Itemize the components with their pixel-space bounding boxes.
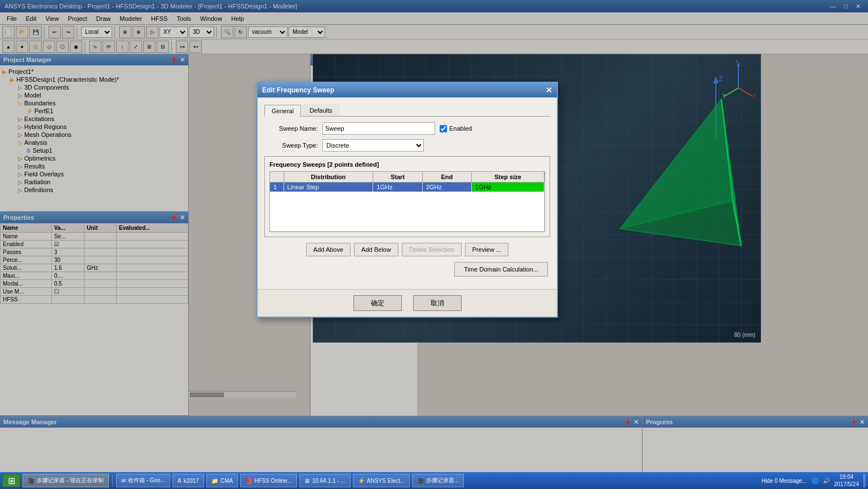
- taskbar-btn-mail[interactable]: ✉ 收件箱 - Goo...: [116, 474, 170, 487]
- k2017-icon: A: [178, 478, 181, 484]
- sweep-name-input[interactable]: [322, 122, 435, 135]
- dialog-tab-bar: General Defaults: [264, 104, 550, 117]
- dialog-bottom-buttons: 确定 取消: [258, 289, 557, 317]
- sweep-name-label: Sweep Name:: [264, 125, 318, 132]
- sweep-type-label: Sweep Type:: [264, 142, 318, 149]
- delete-selection-btn[interactable]: Delete Selection: [402, 243, 462, 256]
- col-distribution: Distribution: [284, 172, 373, 183]
- freq-row-1[interactable]: 1 Linear Step 1GHz 2GHz 1GHz: [270, 183, 544, 192]
- freq-sweeps-group: Frequency Sweeps [2 points defined] Dist…: [264, 156, 550, 237]
- confirm-btn[interactable]: 确定: [353, 295, 402, 311]
- dialog-close-btn[interactable]: ✕: [546, 86, 552, 95]
- taskbar-network-icon: 🌐: [812, 478, 818, 484]
- freq-action-buttons: Add Above Add Below Delete Selection Pre…: [264, 243, 550, 256]
- enabled-check-row: Enabled: [440, 125, 472, 132]
- enabled-label: Enabled: [449, 125, 472, 132]
- dialog-content: General Defaults Sweep Name: Enabled Swe…: [258, 97, 557, 289]
- taskbar-hide-msg[interactable]: Hide 0 Message...: [761, 478, 807, 484]
- freq-cell-start: 1GHz: [373, 183, 422, 192]
- sweep-type-select[interactable]: Discrete Interpolating Fast: [322, 139, 424, 152]
- freq-cell-dist: Linear Step: [284, 183, 373, 192]
- cancel-btn[interactable]: 取消: [413, 295, 462, 311]
- taskbar-btn-ansys[interactable]: ⚡ ANSYS Elect...: [353, 474, 410, 487]
- sweep-name-row: Sweep Name: Enabled: [264, 122, 550, 135]
- taskbar-btn-recorder2[interactable]: 🎥 步骤记录器...: [412, 474, 464, 487]
- col-end: End: [422, 172, 471, 183]
- taskbar-show-desktop[interactable]: [863, 474, 866, 487]
- col-stepsize: Step size: [472, 172, 544, 183]
- taskbar-right: Hide 0 Message... 🌐 🔊 19:04 2017/5/24: [761, 473, 866, 488]
- hfss-online-icon: 📕: [245, 478, 252, 484]
- col-start: Start: [373, 172, 422, 183]
- tab-general[interactable]: General: [264, 105, 301, 117]
- taskbar-btn-recorder-active[interactable]: 🎥 步骤记录器 - 现在正在录制: [23, 474, 109, 487]
- ansys-icon: ⚡: [358, 478, 365, 484]
- enabled-checkbox[interactable]: [440, 125, 447, 132]
- add-below-btn[interactable]: Add Below: [354, 243, 398, 256]
- taskbar-btn-ip[interactable]: 🖥 10.64.1.1 - ...: [299, 474, 351, 487]
- taskbar-btn-cma[interactable]: 📁 CMA: [206, 474, 238, 487]
- time-domain-btn[interactable]: Time Domain Calculation...: [454, 262, 548, 277]
- start-button[interactable]: ⊞: [2, 474, 20, 487]
- edit-frequency-sweep-dialog: Edit Frequency Sweep ✕ General Defaults …: [256, 82, 558, 318]
- tab-defaults[interactable]: Defaults: [302, 104, 339, 116]
- freq-cell-index: 1: [270, 183, 284, 192]
- taskbar-volume-icon: 🔊: [823, 478, 830, 484]
- freq-table: Distribution Start End Step size 1 Linea…: [270, 172, 544, 232]
- ip-icon: 🖥: [304, 478, 310, 484]
- col-index: [270, 172, 284, 183]
- freq-table-body: 1 Linear Step 1GHz 2GHz 1GHz: [270, 183, 544, 232]
- recorder2-icon: 🎥: [417, 478, 424, 484]
- preview-btn[interactable]: Preview ...: [465, 243, 508, 256]
- taskbar: ⊞ 🎥 步骤记录器 - 现在正在录制 ✉ 收件箱 - Goo... A k201…: [0, 472, 868, 489]
- freq-empty-row: [270, 192, 544, 232]
- windows-icon: ⊞: [8, 475, 15, 486]
- add-above-btn[interactable]: Add Above: [306, 243, 351, 256]
- dialog-title-text: Edit Frequency Sweep: [262, 86, 334, 94]
- taskbar-btn-hfss-online[interactable]: 📕 HFSS Online...: [240, 474, 297, 487]
- taskbar-btn-k2017[interactable]: A k2017: [172, 474, 204, 487]
- taskbar-sep-1: [112, 475, 113, 486]
- sweep-type-row: Sweep Type: Discrete Interpolating Fast: [264, 139, 550, 152]
- taskbar-time: 19:04 2017/5/24: [834, 473, 860, 488]
- cma-icon: 📁: [211, 478, 218, 484]
- time-domain-row: Time Domain Calculation...: [264, 262, 550, 277]
- freq-cell-end: 2GHz: [422, 183, 471, 192]
- mail-icon: ✉: [121, 478, 126, 484]
- freq-group-title: Frequency Sweeps [2 points defined]: [269, 161, 545, 168]
- dialog-title-bar[interactable]: Edit Frequency Sweep ✕: [258, 83, 557, 97]
- freq-table-wrapper: Distribution Start End Step size 1 Linea…: [269, 171, 545, 232]
- recorder-icon: 🎥: [28, 478, 34, 484]
- freq-cell-step: 1GHz: [472, 183, 544, 192]
